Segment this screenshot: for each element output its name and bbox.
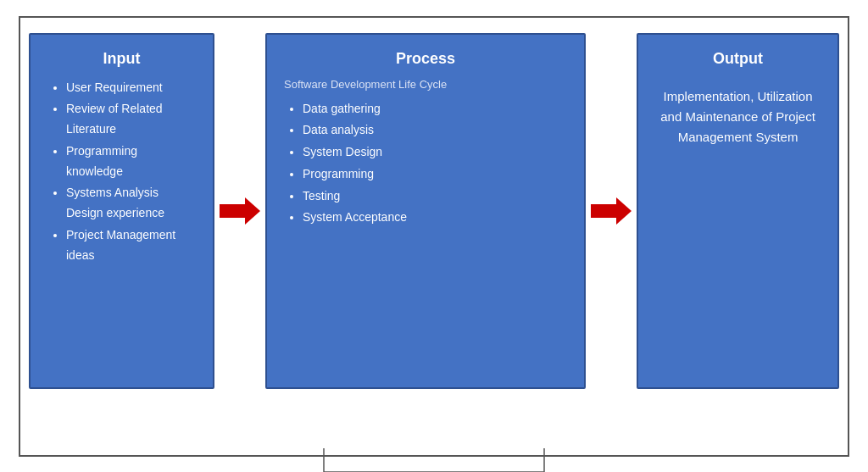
input-item-5: Project Management ideas	[66, 225, 196, 266]
top-row: Input User Requirement Review of Related…	[29, 26, 839, 396]
output-text: Implementation, Utilization and Maintena…	[655, 86, 821, 147]
arrow-input-process	[214, 196, 265, 226]
input-item-1: User Requirement	[66, 78, 196, 98]
process-box: Process Software Development Life Cycle …	[265, 33, 586, 389]
output-box: Output Implementation, Utilization and M…	[637, 33, 839, 389]
process-item-1: Data gathering	[303, 99, 567, 119]
input-item-3: Programming knowledge	[66, 142, 196, 182]
input-box: Input User Requirement Review of Related…	[29, 33, 214, 389]
process-item-2: Data analysis	[303, 120, 567, 141]
output-title: Output	[655, 50, 821, 68]
process-list: Data gathering Data analysis System Desi…	[284, 99, 567, 230]
diagram-container: Input User Requirement Review of Related…	[19, 16, 849, 457]
process-item-4: Programming	[303, 164, 567, 185]
process-subtitle: Software Development Life Cycle	[284, 78, 567, 91]
feedback-lines: Feedback, Review, Adjust, Upgrade and Re…	[214, 448, 654, 473]
input-list: User Requirement Review of Related Liter…	[47, 78, 196, 268]
input-item-4: Systems Analysis Design experience	[66, 183, 196, 224]
svg-marker-1	[591, 197, 632, 225]
svg-marker-0	[220, 197, 260, 225]
process-item-3: System Design	[303, 142, 567, 163]
arrow-process-output	[586, 196, 637, 226]
process-item-5: Testing	[303, 186, 567, 207]
input-item-2: Review of Related Literature	[66, 99, 196, 140]
process-title: Process	[284, 50, 567, 68]
input-title: Input	[47, 50, 196, 68]
process-item-6: System Acceptance	[303, 208, 567, 228]
feedback-arrows-svg	[214, 448, 654, 473]
